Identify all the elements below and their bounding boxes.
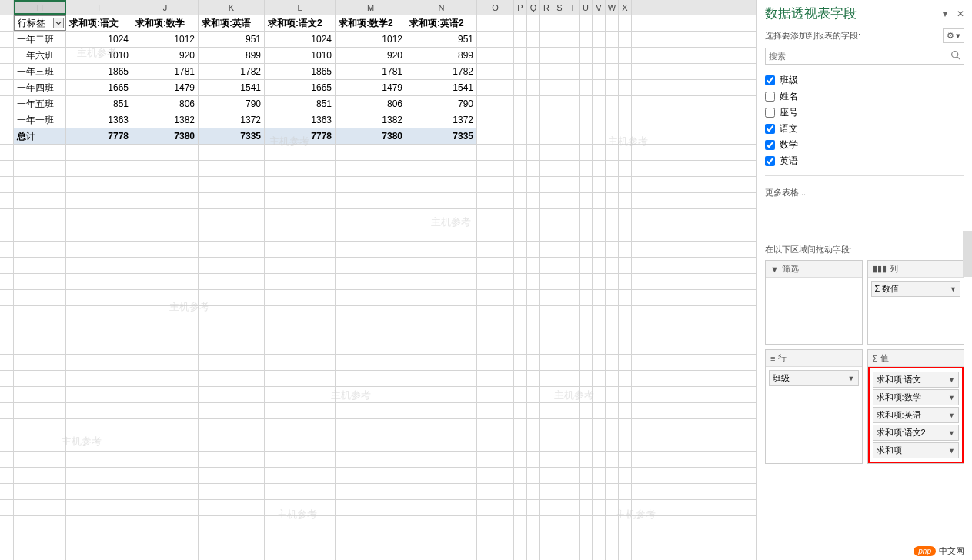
- cell[interactable]: [477, 548, 514, 560]
- cell[interactable]: [580, 355, 593, 370]
- cell[interactable]: [527, 161, 540, 176]
- cell[interactable]: [527, 80, 540, 95]
- cell[interactable]: [606, 193, 619, 208]
- cell[interactable]: [527, 355, 540, 370]
- cell[interactable]: [527, 452, 540, 467]
- cell[interactable]: [540, 48, 553, 63]
- cell[interactable]: [265, 306, 336, 322]
- chevron-down-icon[interactable]: ▼: [948, 429, 955, 437]
- more-tables-link[interactable]: 更多表格...: [765, 187, 964, 198]
- cell[interactable]: [477, 532, 514, 548]
- cell[interactable]: [540, 371, 553, 386]
- cell[interactable]: [593, 258, 606, 273]
- cell[interactable]: [514, 145, 527, 160]
- cell[interactable]: [553, 145, 566, 160]
- cell[interactable]: [619, 516, 632, 532]
- cell[interactable]: 1665: [66, 80, 132, 95]
- cell[interactable]: [406, 274, 477, 289]
- cell[interactable]: [14, 193, 66, 208]
- column-header[interactable]: Q: [527, 0, 540, 15]
- cell[interactable]: [593, 290, 606, 305]
- cell[interactable]: [527, 403, 540, 418]
- cell[interactable]: [540, 290, 553, 305]
- chevron-down-icon[interactable]: ▼: [948, 376, 955, 384]
- cell[interactable]: [199, 500, 265, 515]
- cell[interactable]: [265, 355, 336, 370]
- cell[interactable]: [477, 468, 514, 483]
- cell[interactable]: [540, 468, 553, 483]
- cell[interactable]: [336, 435, 406, 451]
- cell[interactable]: [265, 532, 336, 548]
- cell[interactable]: [514, 484, 527, 499]
- cell[interactable]: [199, 145, 265, 160]
- cell[interactable]: [406, 338, 477, 354]
- cell[interactable]: [566, 371, 580, 386]
- cell[interactable]: [199, 452, 265, 467]
- cell[interactable]: [66, 322, 132, 338]
- area-field-item[interactable]: 求和项:语文▼: [873, 372, 960, 388]
- cell[interactable]: [199, 355, 265, 370]
- chevron-down-icon[interactable]: ▼: [948, 394, 955, 402]
- cell[interactable]: 920: [336, 48, 406, 63]
- cell[interactable]: [553, 468, 566, 483]
- cell[interactable]: [406, 177, 477, 192]
- cell[interactable]: [527, 128, 540, 144]
- cell[interactable]: [406, 403, 477, 418]
- cell[interactable]: [527, 516, 540, 532]
- field-checkbox[interactable]: [765, 75, 775, 85]
- cell[interactable]: [514, 15, 527, 31]
- cell[interactable]: [265, 548, 336, 560]
- cell[interactable]: [527, 48, 540, 63]
- cell[interactable]: [619, 128, 632, 144]
- cell[interactable]: [619, 532, 632, 548]
- cell[interactable]: [477, 419, 514, 435]
- area-field-item[interactable]: 求和项:英语▼: [873, 407, 960, 423]
- cell[interactable]: [132, 274, 199, 289]
- cell[interactable]: [540, 355, 553, 370]
- cell[interactable]: [514, 32, 527, 47]
- cell[interactable]: [540, 242, 553, 257]
- cell[interactable]: [593, 435, 606, 451]
- cell[interactable]: [527, 112, 540, 128]
- cell[interactable]: [606, 468, 619, 483]
- cell[interactable]: [132, 145, 199, 160]
- cell[interactable]: [566, 338, 580, 354]
- cell[interactable]: [265, 145, 336, 160]
- cell[interactable]: [580, 322, 593, 338]
- cell[interactable]: [527, 532, 540, 548]
- cell[interactable]: [606, 242, 619, 257]
- cell[interactable]: 1372: [406, 112, 477, 128]
- cell[interactable]: [566, 80, 580, 95]
- cell[interactable]: [265, 209, 336, 225]
- cell[interactable]: [540, 193, 553, 208]
- cell[interactable]: [619, 32, 632, 47]
- cell[interactable]: [199, 516, 265, 532]
- cell[interactable]: [132, 371, 199, 386]
- column-header[interactable]: M: [336, 0, 406, 15]
- cell[interactable]: [566, 290, 580, 305]
- cell[interactable]: [619, 209, 632, 225]
- cell[interactable]: [566, 274, 580, 289]
- cell[interactable]: [514, 403, 527, 418]
- cell[interactable]: [540, 403, 553, 418]
- cell[interactable]: [540, 484, 553, 499]
- cell[interactable]: [580, 387, 593, 402]
- cell[interactable]: [580, 290, 593, 305]
- cell[interactable]: [66, 516, 132, 532]
- cell[interactable]: 1010: [66, 48, 132, 63]
- cell[interactable]: [606, 322, 619, 338]
- cell[interactable]: [132, 355, 199, 370]
- area-field-item[interactable]: 班级▼: [769, 370, 859, 386]
- cell[interactable]: [199, 338, 265, 354]
- column-header[interactable]: U: [580, 0, 593, 15]
- cell[interactable]: [477, 338, 514, 354]
- cell[interactable]: [514, 128, 527, 144]
- cell[interactable]: [566, 161, 580, 176]
- cell[interactable]: [14, 177, 66, 192]
- cell[interactable]: [566, 32, 580, 47]
- cell[interactable]: [514, 48, 527, 63]
- cell[interactable]: [566, 193, 580, 208]
- cell[interactable]: [477, 290, 514, 305]
- cell[interactable]: [606, 371, 619, 386]
- cell[interactable]: [336, 532, 406, 548]
